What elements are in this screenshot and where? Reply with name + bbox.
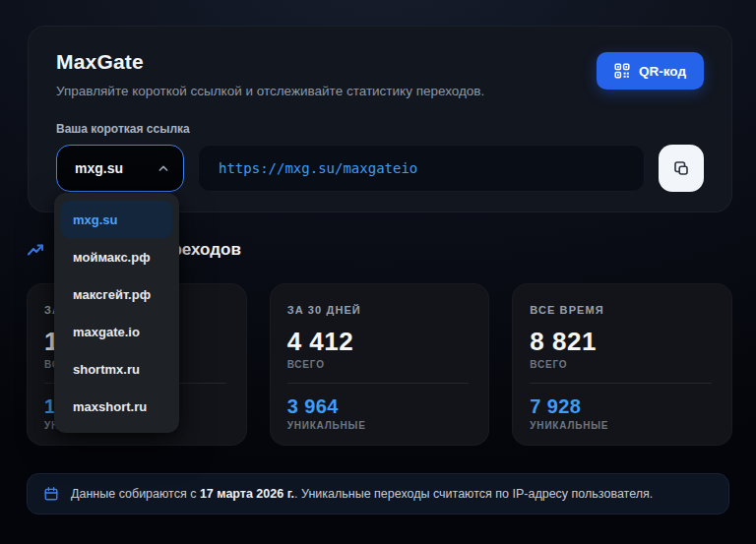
hero-titles: MaxGate Управляйте короткой ссылкой и от… bbox=[56, 50, 484, 98]
trending-up-icon bbox=[27, 241, 44, 259]
domain-select[interactable]: mxg.su bbox=[56, 145, 184, 192]
dropdown-item-shortmx-ru[interactable]: shortmx.ru bbox=[61, 350, 172, 388]
page-subtitle: Управляйте короткой ссылкой и отслеживай… bbox=[56, 84, 484, 98]
note-prefix: Данные собираются с bbox=[71, 487, 200, 501]
card-total-value: 8 821 bbox=[530, 327, 712, 357]
dropdown-item-mxg-su[interactable]: mxg.su bbox=[61, 201, 172, 238]
stats-card-all-time: ВСЕ ВРЕМЯ 8 821 ВСЕГО 7 928 УНИКАЛЬНЫЕ bbox=[512, 283, 732, 446]
card-total-value: 4 412 bbox=[287, 327, 470, 357]
dropdown-item-maxgate-io[interactable]: maxgate.io bbox=[61, 313, 172, 350]
card-period-label: ЗА 30 ДНЕЙ bbox=[287, 304, 470, 316]
hero-card: MaxGate Управляйте короткой ссылкой и от… bbox=[28, 26, 732, 212]
maxgate-page: MaxGate Управляйте короткой ссылкой и от… bbox=[0, 0, 756, 544]
data-collection-banner: Данные собираются с 17 марта 2026 г.. Ун… bbox=[27, 473, 729, 514]
hero-header: MaxGate Управляйте короткой ссылкой и от… bbox=[56, 50, 704, 98]
copy-link-button[interactable] bbox=[659, 145, 704, 192]
qr-code-icon bbox=[614, 63, 630, 79]
stats-card-30-days: ЗА 30 ДНЕЙ 4 412 ВСЕГО 3 964 УНИКАЛЬНЫЕ bbox=[270, 283, 490, 446]
domain-dropdown-menu: mxg.su моймакс.рф максгейт.рф maxgate.io… bbox=[54, 193, 179, 433]
note-suffix: . Уникальные переходы считаются по IP-ад… bbox=[294, 487, 653, 501]
card-period-label: ВСЕ ВРЕМЯ bbox=[530, 304, 712, 316]
data-collection-note: Данные собираются с 17 марта 2026 г.. Ун… bbox=[71, 487, 653, 501]
card-unique-value: 3 964 bbox=[287, 395, 470, 418]
copy-icon bbox=[671, 158, 691, 178]
chevron-up-icon bbox=[157, 161, 170, 175]
card-total-label: ВСЕГО bbox=[287, 359, 470, 370]
card-divider bbox=[530, 383, 712, 384]
card-unique-label: УНИКАЛЬНЫЕ bbox=[530, 420, 712, 431]
dropdown-item-maksgeyt-rf[interactable]: максгейт.рф bbox=[61, 275, 172, 313]
card-total-label: ВСЕГО bbox=[530, 359, 712, 370]
note-date: 17 марта 2026 г. bbox=[200, 487, 294, 501]
dropdown-item-moymaks-rf[interactable]: моймакс.рф bbox=[61, 238, 172, 275]
short-link-label: Ваша короткая ссылка bbox=[56, 122, 704, 136]
page-title: MaxGate bbox=[56, 50, 484, 74]
dropdown-item-maxshort-ru[interactable]: maxshort.ru bbox=[61, 388, 172, 425]
card-unique-label: УНИКАЛЬНЫЕ bbox=[287, 420, 470, 431]
qr-button-label: QR-код bbox=[639, 64, 686, 79]
qr-code-button[interactable]: QR-код bbox=[597, 52, 704, 90]
card-unique-value: 7 928 bbox=[530, 395, 712, 418]
calendar-icon bbox=[43, 486, 59, 502]
short-link-row: mxg.su bbox=[56, 145, 704, 192]
domain-select-value: mxg.su bbox=[75, 160, 123, 176]
card-divider bbox=[287, 383, 470, 384]
short-url-input[interactable] bbox=[198, 145, 645, 192]
